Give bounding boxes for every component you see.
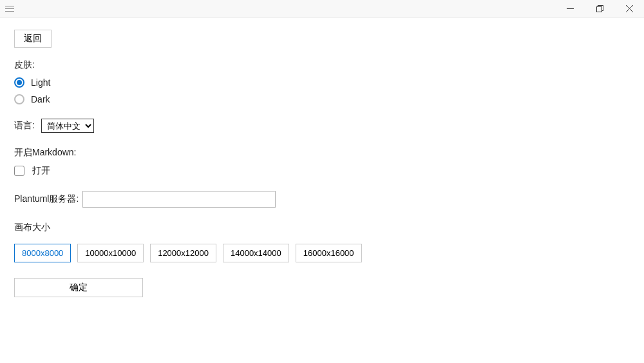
- canvas-size-option[interactable]: 16000x16000: [296, 244, 362, 262]
- titlebar: [0, 0, 644, 18]
- language-label: 语言:: [14, 120, 35, 132]
- markdown-enable-label: 打开: [32, 165, 50, 177]
- canvas-size-group: 8000x8000 10000x10000 12000x12000 14000x…: [14, 244, 630, 262]
- language-select[interactable]: 简体中文: [41, 119, 94, 133]
- confirm-button[interactable]: 确定: [14, 278, 143, 297]
- skin-option-dark[interactable]: Dark: [14, 94, 630, 104]
- canvas-size-option[interactable]: 14000x14000: [223, 244, 289, 262]
- minimize-button[interactable]: [555, 0, 585, 18]
- close-button[interactable]: [614, 0, 644, 18]
- window-controls: [555, 0, 644, 18]
- skin-label: 皮肤:: [14, 59, 630, 71]
- markdown-checkbox[interactable]: [14, 166, 24, 176]
- canvas-size-option[interactable]: 12000x12000: [150, 244, 216, 262]
- skin-option-label: Dark: [31, 94, 50, 104]
- plantuml-server-input[interactable]: [82, 191, 276, 208]
- skin-option-light[interactable]: Light: [14, 77, 630, 88]
- svg-rect-2: [596, 7, 601, 12]
- canvas-size-option[interactable]: 10000x10000: [77, 244, 144, 262]
- back-button[interactable]: 返回: [14, 30, 52, 48]
- radio-icon: [14, 94, 24, 104]
- hamburger-icon[interactable]: [5, 4, 15, 14]
- canvas-size-option[interactable]: 8000x8000: [14, 244, 71, 262]
- radio-icon: [14, 77, 24, 88]
- settings-panel: 返回 皮肤: Light Dark 语言: 简体中文 开启Markdown: 打…: [0, 18, 644, 309]
- plantuml-label: Plantuml服务器:: [14, 193, 79, 205]
- canvas-size-label: 画布大小: [14, 222, 630, 233]
- markdown-label: 开启Markdown:: [14, 147, 630, 159]
- maximize-button[interactable]: [585, 0, 614, 18]
- skin-option-label: Light: [31, 77, 50, 88]
